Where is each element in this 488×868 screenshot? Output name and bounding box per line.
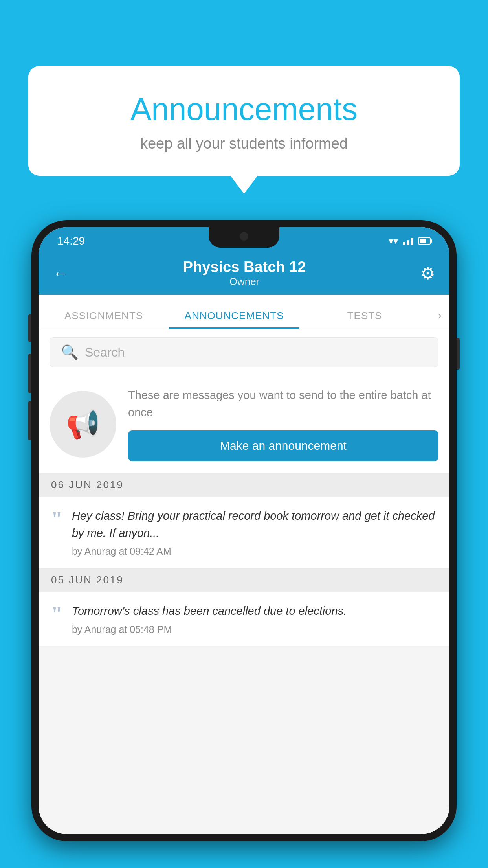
- signal-icon: [403, 237, 413, 245]
- phone-notch: [209, 227, 279, 248]
- back-button[interactable]: ←: [53, 265, 68, 282]
- app-bar-center: Physics Batch 12 Owner: [183, 259, 306, 288]
- phone-screen: 14:29 ▾▾ ← Physics Batch 12: [39, 227, 449, 834]
- announcement-text-2: Tomorrow's class has been cancelled due …: [72, 603, 437, 620]
- announcement-content-2: Tomorrow's class has been cancelled due …: [72, 603, 437, 635]
- status-icons: ▾▾: [389, 235, 431, 246]
- status-time: 14:29: [57, 235, 85, 247]
- date-separator-1: 06 JUN 2019: [39, 473, 449, 497]
- announcement-meta-1: by Anurag at 09:42 AM: [72, 546, 437, 557]
- battery-icon: [418, 237, 431, 245]
- make-announcement-button[interactable]: Make an announcement: [128, 430, 438, 461]
- tab-announcements[interactable]: ANNOUNCEMENTS: [169, 310, 299, 329]
- search-icon: 🔍: [61, 344, 79, 360]
- announcement-text-1: Hey class! Bring your practical record b…: [72, 508, 437, 542]
- megaphone-icon: 📢: [66, 408, 100, 440]
- search-bar[interactable]: 🔍 Search: [50, 337, 438, 367]
- phone-wrapper: 14:29 ▾▾ ← Physics Batch 12: [31, 220, 457, 868]
- tab-assignments[interactable]: ASSIGNMENTS: [39, 310, 169, 329]
- speech-bubble-title: Announcements: [52, 91, 436, 127]
- quote-icon-2: ": [51, 604, 62, 625]
- search-container: 🔍 Search: [39, 329, 449, 375]
- wifi-icon: ▾▾: [389, 235, 398, 246]
- app-bar: ← Physics Batch 12 Owner ⚙: [39, 252, 449, 295]
- phone-camera: [240, 232, 248, 241]
- promo-description: These are messages you want to send to t…: [128, 387, 438, 421]
- announcement-content-1: Hey class! Bring your practical record b…: [72, 508, 437, 557]
- tab-tests[interactable]: TESTS: [299, 310, 430, 329]
- phone-device: 14:29 ▾▾ ← Physics Batch 12: [31, 220, 457, 841]
- speech-bubble-subtitle: keep all your students informed: [52, 135, 436, 152]
- speech-bubble-section: Announcements keep all your students inf…: [28, 66, 460, 176]
- volume-down-button: [28, 354, 31, 393]
- app-bar-title: Physics Batch 12: [183, 259, 306, 276]
- settings-icon[interactable]: ⚙: [420, 264, 435, 283]
- quote-icon-1: ": [51, 509, 62, 530]
- search-input[interactable]: Search: [85, 345, 125, 360]
- promo-block: 📢 These are messages you want to send to…: [39, 375, 449, 473]
- app-bar-subtitle: Owner: [183, 276, 306, 288]
- announcement-item-1[interactable]: " Hey class! Bring your practical record…: [39, 497, 449, 568]
- date-separator-2: 05 JUN 2019: [39, 568, 449, 592]
- tabs-bar: ASSIGNMENTS ANNOUNCEMENTS TESTS ›: [39, 295, 449, 329]
- announcement-meta-2: by Anurag at 05:48 PM: [72, 624, 437, 635]
- tab-more-icon[interactable]: ›: [430, 309, 449, 329]
- power-button: [457, 338, 460, 370]
- silent-button: [28, 401, 31, 440]
- promo-content: These are messages you want to send to t…: [128, 387, 438, 461]
- speech-bubble: Announcements keep all your students inf…: [28, 66, 460, 176]
- volume-up-button: [28, 314, 31, 342]
- announcement-item-2[interactable]: " Tomorrow's class has been cancelled du…: [39, 592, 449, 647]
- promo-icon-circle: 📢: [50, 391, 116, 458]
